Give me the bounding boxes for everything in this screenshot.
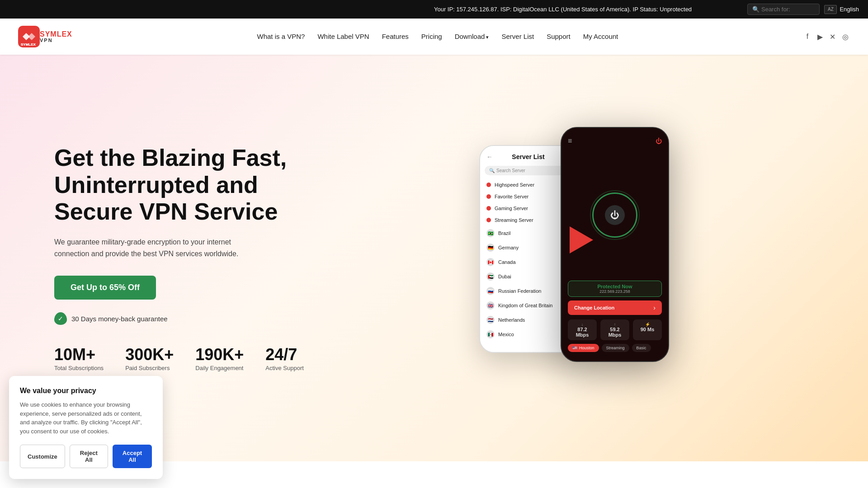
server-dot bbox=[486, 218, 491, 222]
accept-all-button[interactable]: Accept All bbox=[113, 445, 152, 461]
reject-all-button[interactable]: Reject All bbox=[70, 445, 108, 461]
nav-item-what-is-vpn[interactable]: What is a VPN? bbox=[257, 33, 305, 41]
nav-link-support[interactable]: Support bbox=[547, 33, 571, 40]
ip-address-text: 222.569.223.258 bbox=[575, 289, 655, 294]
server-name: Highspeed Server bbox=[495, 182, 566, 188]
change-location-button[interactable]: Change Location › bbox=[568, 300, 662, 315]
phones-container: ← Server List 🔍 🔍 Search Server Highspee… bbox=[479, 127, 669, 389]
server-name-canada: Canada bbox=[498, 259, 566, 265]
country-servers: 🇧🇷 Brazil › 🇩🇪 Germany › 🇨🇦 Canada bbox=[485, 226, 573, 342]
server-row-russia[interactable]: 🇷🇺 Russian Federation › bbox=[485, 284, 573, 298]
nav-item-server-list[interactable]: Server List bbox=[501, 33, 534, 41]
stat-support: 24/7 Active Support bbox=[265, 347, 304, 371]
location-pill-basic[interactable]: Basic bbox=[632, 344, 651, 352]
change-location-label: Change Location bbox=[574, 305, 614, 310]
nav-link-download[interactable]: Download bbox=[455, 33, 489, 40]
special-servers: Highspeed Server › Favorite Server › Gam… bbox=[485, 179, 573, 226]
protected-banner: Protected Now 222.569.223.258 bbox=[568, 281, 662, 297]
nav-link-white-label[interactable]: White Label VPN bbox=[317, 33, 369, 40]
nav-item-download[interactable]: Download bbox=[455, 33, 489, 41]
server-row-brazil[interactable]: 🇧🇷 Brazil › bbox=[485, 226, 573, 240]
flag-canada: 🇨🇦 bbox=[486, 258, 495, 266]
server-row-streaming[interactable]: Streaming Server › bbox=[485, 214, 573, 226]
guarantee-row: ✓ 30 Days money-back guarantee bbox=[54, 312, 316, 325]
location-pill-streaming[interactable]: Streaming bbox=[602, 344, 629, 352]
facebook-icon[interactable]: f bbox=[803, 32, 812, 41]
power-symbol: ⏻ bbox=[605, 205, 625, 225]
speed-download: ↓ 87.2 Mbps bbox=[568, 319, 597, 340]
stat-number-daily: 190K+ bbox=[195, 347, 244, 363]
phone-search-text: Search Server bbox=[496, 168, 525, 173]
cookie-text: We use cookies to enhance your browsing … bbox=[20, 400, 152, 436]
youtube-icon[interactable]: ▶ bbox=[816, 32, 825, 41]
logo-link[interactable]: SYMLEX SYMLEX SYMLEX VPN bbox=[18, 26, 72, 47]
speed-download-icon: ↓ bbox=[571, 322, 593, 327]
nav-link-what-is-vpn[interactable]: What is a VPN? bbox=[257, 33, 305, 40]
server-row-netherlands[interactable]: 🇳🇱 Netherlands bbox=[485, 313, 573, 327]
server-name: Streaming Server bbox=[495, 217, 566, 223]
nav-item-my-account[interactable]: My Account bbox=[583, 33, 618, 41]
server-row-mexico[interactable]: 🇲🇽 Mexico bbox=[485, 327, 573, 342]
stat-label-subscriptions: Total Subscriptions bbox=[54, 365, 104, 371]
nav-item-support[interactable]: Support bbox=[547, 33, 571, 41]
server-dot bbox=[486, 206, 491, 211]
nav-link-features[interactable]: Features bbox=[382, 33, 409, 40]
cookie-buttons: Customize Reject All Accept All bbox=[20, 445, 152, 461]
stat-number-support: 24/7 bbox=[265, 347, 304, 363]
nav-link-server-list[interactable]: Server List bbox=[501, 33, 534, 40]
navbar: SYMLEX SYMLEX SYMLEX VPN What is a VPN? … bbox=[0, 19, 868, 55]
guarantee-text: 30 Days money-back guarantee bbox=[71, 315, 168, 323]
cta-button[interactable]: Get Up to 65% Off bbox=[54, 276, 156, 300]
server-row-canada[interactable]: 🇨🇦 Canada › bbox=[485, 255, 573, 269]
nav-link-pricing[interactable]: Pricing bbox=[421, 33, 442, 40]
language-icon: AZ bbox=[824, 5, 837, 14]
phone-search-pill[interactable]: 🔍 Search Server bbox=[485, 166, 573, 175]
speed-upload: ↑ 59.2 Mbps bbox=[600, 319, 629, 340]
nav-item-white-label[interactable]: White Label VPN bbox=[317, 33, 369, 41]
protected-text: Protected Now bbox=[575, 284, 655, 289]
nav-item-pricing[interactable]: Pricing bbox=[421, 33, 442, 41]
hero-phones: ← Server List 🔍 🔍 Search Server Highspee… bbox=[316, 122, 832, 394]
server-name-germany: Germany bbox=[498, 245, 566, 250]
red-triangle-decoration bbox=[570, 226, 593, 253]
server-row-highspeed[interactable]: Highspeed Server › bbox=[485, 179, 573, 191]
instagram-icon[interactable]: ◎ bbox=[841, 32, 850, 41]
language-selector[interactable]: AZ English bbox=[824, 5, 859, 14]
cookie-banner: We value your privacy We use cookies to … bbox=[9, 376, 163, 461]
svg-text:SYMLEX: SYMLEX bbox=[21, 42, 36, 47]
phone-back-arrow: ← bbox=[486, 153, 493, 160]
speed-upload-value: 59.2 Mbps bbox=[604, 327, 626, 338]
twitter-x-icon[interactable]: ✕ bbox=[828, 32, 837, 41]
nav-item-features[interactable]: Features bbox=[382, 33, 409, 41]
hero-subtitle: We guarantee military-grade encryption t… bbox=[54, 236, 253, 259]
customize-button[interactable]: Customize bbox=[20, 445, 65, 461]
server-name-russia: Russian Federation bbox=[498, 288, 566, 294]
stat-daily: 190K+ Daily Engagement bbox=[195, 347, 244, 371]
power-ring[interactable]: ⏻ bbox=[592, 192, 637, 238]
server-row-uk[interactable]: 🇬🇧 Kingdom of Great Britain bbox=[485, 298, 573, 313]
server-row-favorite[interactable]: Favorite Server › bbox=[485, 191, 573, 202]
search-input[interactable] bbox=[747, 4, 820, 15]
phone-search-icon2: 🔍 bbox=[489, 168, 495, 173]
hero-content: Get the Blazing Fast, Uninterrupted and … bbox=[54, 145, 316, 372]
speed-download-value: 87.2 Mbps bbox=[571, 327, 593, 338]
speed-upload-icon: ↑ bbox=[604, 322, 626, 327]
stat-subscriptions: 10M+ Total Subscriptions bbox=[54, 347, 104, 371]
phone-server-list-title: Server List bbox=[512, 153, 544, 160]
server-row-dubai[interactable]: 🇦🇪 Dubai › bbox=[485, 269, 573, 284]
server-row-germany[interactable]: 🇩🇪 Germany › bbox=[485, 240, 573, 255]
stat-number-paid: 300K+ bbox=[125, 347, 174, 363]
nav-social: f ▶ ✕ ◎ bbox=[803, 32, 850, 41]
server-name: Gaming Server bbox=[495, 206, 566, 211]
server-row-gaming[interactable]: Gaming Server › bbox=[485, 202, 573, 214]
logo-vpn: VPN bbox=[40, 38, 72, 43]
stat-label-paid: Paid Subscribers bbox=[125, 365, 174, 371]
stat-number-subscriptions: 10M+ bbox=[54, 347, 104, 363]
phone-dark-header: ≡ ⏻ bbox=[568, 137, 662, 145]
hero-title: Get the Blazing Fast, Uninterrupted and … bbox=[54, 145, 316, 225]
nav-link-my-account[interactable]: My Account bbox=[583, 33, 618, 40]
location-pill-houston[interactable]: 🇺🇸 Houston bbox=[568, 344, 599, 352]
speed-ping: ⚡ 90 Ms bbox=[633, 319, 662, 340]
stats-row: 10M+ Total Subscriptions 300K+ Paid Subs… bbox=[54, 347, 316, 371]
logo-name: SYMLEX bbox=[40, 31, 72, 38]
